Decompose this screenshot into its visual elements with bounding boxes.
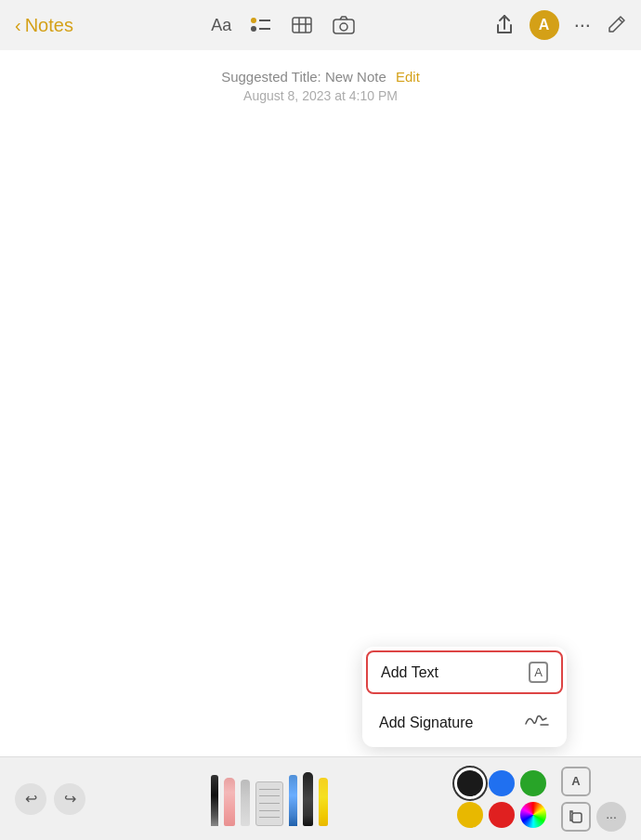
top-bar: ‹ Notes Aa — [0, 0, 641, 50]
back-label: Notes — [25, 15, 73, 36]
drawing-tools-group — [97, 772, 442, 826]
pencil-tool[interactable] — [211, 775, 218, 826]
shading-shape — [241, 780, 250, 826]
add-text-icon: A — [529, 662, 548, 683]
pen-tool[interactable] — [289, 775, 297, 826]
svg-line-10 — [619, 19, 622, 22]
svg-point-0 — [251, 18, 256, 23]
color-yellow[interactable] — [457, 802, 483, 828]
note-date: August 8, 2023 at 4:10 PM — [37, 88, 604, 103]
highlight-button[interactable]: A — [530, 10, 559, 40]
fountain-pen-shape — [303, 772, 313, 826]
formatting-toolbar: Aa — [211, 15, 356, 35]
action-toolbar: A ··· — [494, 10, 626, 40]
fountain-pen-tool[interactable] — [303, 772, 313, 826]
drawing-toolbar: ↩ ↪ — [0, 756, 641, 840]
undo-redo-group: ↩ ↪ — [15, 783, 85, 815]
list-format-button[interactable] — [250, 16, 272, 34]
svg-rect-4 — [293, 18, 311, 33]
color-more[interactable] — [520, 802, 546, 828]
color-red[interactable] — [489, 802, 515, 828]
redo-button[interactable]: ↪ — [54, 783, 85, 815]
text-box-icon: A — [571, 774, 580, 788]
ruler-shape — [255, 781, 283, 826]
suggested-title-text: New Note — [325, 69, 386, 85]
highlighter-tool[interactable] — [319, 778, 328, 826]
svg-rect-11 — [572, 813, 582, 822]
compose-button[interactable] — [606, 15, 626, 35]
back-chevron-icon: ‹ — [15, 15, 21, 36]
ruler-tool[interactable] — [255, 781, 283, 826]
more-dots-icon: ··· — [606, 809, 617, 824]
format-text-button[interactable]: Aa — [211, 16, 231, 35]
highlighter-shape — [319, 778, 328, 826]
note-content-area: Suggested Title: New Note Edit August 8,… — [0, 50, 641, 122]
right-tools-group: A ··· — [561, 767, 626, 832]
table-button[interactable] — [291, 16, 313, 34]
color-blue[interactable] — [489, 770, 515, 796]
marker-tool[interactable] — [224, 778, 235, 826]
marker-pink-shape — [224, 778, 235, 826]
svg-point-9 — [340, 23, 347, 31]
edit-title-button[interactable]: Edit — [396, 69, 420, 85]
suggested-title-line: Suggested Title: New Note Edit — [37, 69, 604, 85]
back-button[interactable]: ‹ Notes — [15, 15, 73, 36]
add-signature-label: Add Signature — [379, 715, 473, 731]
undo-button[interactable]: ↩ — [15, 783, 46, 815]
color-black[interactable] — [457, 770, 483, 796]
color-palette — [457, 770, 546, 828]
suggested-prefix: Suggested Title: — [221, 69, 321, 85]
copy-more-group: ··· — [561, 802, 626, 832]
add-text-label: Add Text — [381, 664, 438, 681]
add-signature-icon — [522, 711, 550, 734]
text-box-button[interactable]: A — [561, 767, 591, 796]
shading-pencil-tool[interactable] — [241, 780, 250, 826]
insert-popup-menu: Add Text A Add Signature — [362, 647, 567, 747]
pencil-black-shape — [211, 775, 218, 826]
pen-blue-shape — [289, 775, 297, 826]
share-button[interactable] — [494, 14, 515, 36]
color-green[interactable] — [520, 770, 546, 796]
add-signature-menu-item[interactable]: Add Signature — [362, 698, 567, 747]
camera-button[interactable] — [332, 15, 356, 35]
svg-point-1 — [251, 26, 256, 32]
copy-button[interactable] — [561, 802, 591, 832]
more-options-button[interactable]: ··· — [596, 802, 626, 832]
highlight-icon: A — [539, 17, 550, 33]
add-text-menu-item[interactable]: Add Text A — [366, 650, 563, 694]
overflow-button[interactable]: ··· — [574, 13, 591, 37]
